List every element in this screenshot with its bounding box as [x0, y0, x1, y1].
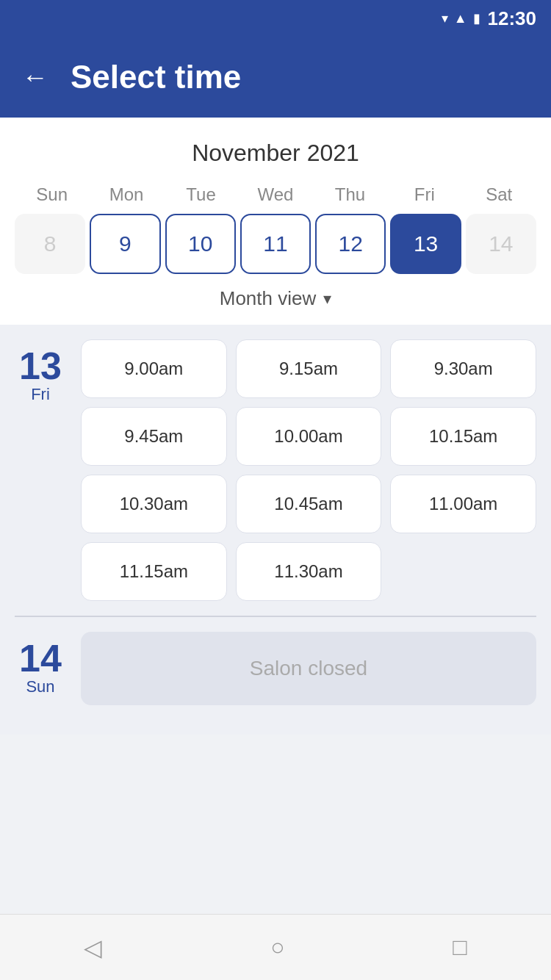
timeslots-section: 13 Fri 9.00am 9.15am 9.30am 9.45am 10.00…	[0, 325, 551, 735]
day-name-14: Sun	[26, 677, 54, 696]
slot-1015am[interactable]: 10.15am	[390, 407, 536, 466]
calendar-section: November 2021 Sun Mon Tue Wed Thu Fri Sa…	[0, 118, 551, 325]
salon-closed-box: Salon closed	[81, 632, 536, 705]
section-divider	[15, 616, 536, 617]
days-row: 8 9 10 11 12 13 14	[15, 214, 536, 274]
day-number-13: 13	[19, 347, 62, 385]
wifi-icon: ▾	[442, 10, 448, 26]
nav-recent-icon[interactable]: □	[453, 934, 467, 961]
slot-930am[interactable]: 9.30am	[390, 339, 536, 398]
day-block-14: 14 Sun Salon closed	[15, 632, 536, 705]
status-bar: ▾ ▲ ▮ 12:30	[0, 0, 551, 37]
nav-home-icon[interactable]: ○	[270, 934, 284, 961]
slots-grid-13: 9.00am 9.15am 9.30am 9.45am 10.00am 10.1…	[81, 339, 536, 601]
day-13[interactable]: 13	[390, 214, 461, 274]
day-14: 14	[466, 214, 536, 274]
nav-bar: ◁ ○ □	[0, 914, 551, 980]
slot-1100am[interactable]: 11.00am	[390, 475, 536, 533]
slot-1045am[interactable]: 10.45am	[236, 475, 382, 533]
slot-945am[interactable]: 9.45am	[81, 407, 227, 466]
weekdays-row: Sun Mon Tue Wed Thu Fri Sat	[15, 184, 536, 205]
slot-1115am[interactable]: 11.15am	[81, 542, 227, 601]
nav-back-icon[interactable]: ◁	[84, 934, 102, 962]
weekday-fri: Fri	[387, 184, 461, 205]
month-view-toggle[interactable]: Month view ▾	[15, 287, 536, 310]
day-number-14: 14	[19, 639, 62, 677]
day-label-13: 13 Fri	[15, 339, 66, 601]
day-12[interactable]: 12	[315, 214, 386, 274]
day-10[interactable]: 10	[165, 214, 236, 274]
chevron-down-icon: ▾	[323, 289, 331, 309]
weekday-mon: Mon	[89, 184, 163, 205]
app-header: ← Select time	[0, 37, 551, 118]
page-title: Select time	[71, 59, 241, 96]
status-time: 12:30	[488, 7, 537, 30]
back-button[interactable]: ←	[22, 64, 48, 90]
slot-1130am[interactable]: 11.30am	[236, 542, 382, 601]
day-block-13: 13 Fri 9.00am 9.15am 9.30am 9.45am 10.00…	[15, 339, 536, 601]
day-name-13: Fri	[31, 385, 50, 404]
day-9[interactable]: 9	[90, 214, 160, 274]
day-11[interactable]: 11	[240, 214, 311, 274]
day-8: 8	[15, 214, 85, 274]
slot-900am[interactable]: 9.00am	[81, 339, 227, 398]
battery-icon: ▮	[473, 10, 480, 26]
status-icons: ▾ ▲ ▮	[442, 10, 480, 26]
weekday-wed: Wed	[238, 184, 312, 205]
weekday-tue: Tue	[164, 184, 238, 205]
weekday-thu: Thu	[313, 184, 387, 205]
day-label-14: 14 Sun	[15, 632, 66, 705]
month-year-label: November 2021	[15, 140, 536, 167]
signal-icon: ▲	[454, 11, 467, 26]
salon-closed-label: Salon closed	[250, 657, 367, 680]
slot-1030am[interactable]: 10.30am	[81, 475, 227, 533]
weekday-sun: Sun	[15, 184, 89, 205]
slot-1000am[interactable]: 10.00am	[236, 407, 382, 466]
weekday-sat: Sat	[462, 184, 536, 205]
month-view-label: Month view	[220, 287, 317, 310]
slot-915am[interactable]: 9.15am	[236, 339, 382, 398]
